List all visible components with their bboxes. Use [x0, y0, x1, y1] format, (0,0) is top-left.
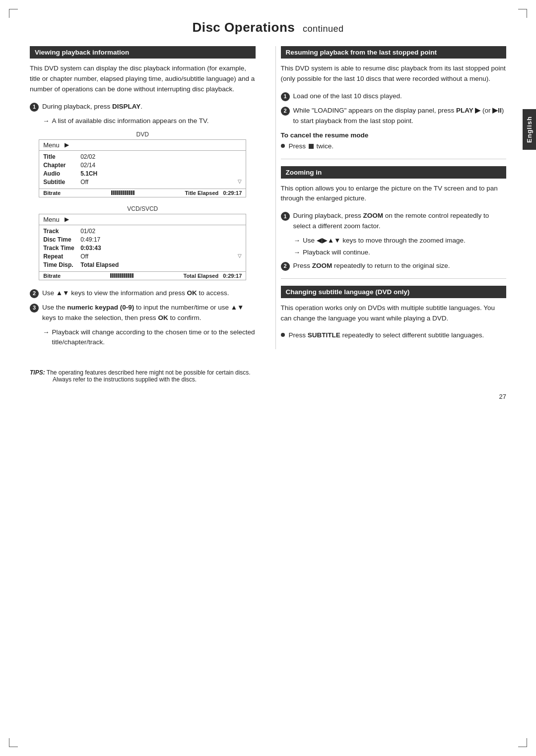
step-num-1: 1 [30, 103, 39, 112]
divider [281, 159, 507, 159]
dvd-label: DVD [30, 131, 256, 138]
right-column: Resuming playback from the last stopped … [275, 46, 507, 349]
section-header-resume: Resuming playback from the last stopped … [281, 46, 507, 59]
cancel-resume-bullet: Press twice. [281, 141, 507, 152]
zoom-step-2-content: Press ZOOM repeatedly to return to the o… [293, 261, 507, 271]
resume-step-num-1: 1 [281, 92, 290, 101]
vcd-bitrate-row: Bitrate Total Elapsed 0:29:17 [39, 271, 246, 280]
arrow-symbol: → [43, 116, 50, 126]
resume-step-2-content: While "LOADING" appears on the display p… [293, 106, 507, 126]
step-num-2: 2 [30, 289, 39, 298]
main-columns: Viewing playback information This DVD sy… [30, 46, 506, 349]
zoom-body: This option allows you to enlarge the pi… [281, 184, 507, 204]
vcd-bitrate-bars [110, 273, 134, 278]
left-column: Viewing playback information This DVD sy… [30, 46, 261, 349]
dvd-elapsed: Title Elapsed 0:29:17 [185, 190, 242, 196]
resume-step-2: 2 While "LOADING" appears on the display… [281, 106, 507, 126]
tips-label: TIPS: [30, 369, 45, 376]
vcd-row-track: Track 01/02 [43, 227, 242, 236]
dvd-bitrate-row: Bitrate Title Elapsed 0:29:17 [39, 189, 246, 197]
bullet-dot-cancel [281, 144, 285, 148]
subtitle-bullet: Press SUBTITLE repeatedly to select diff… [281, 330, 507, 341]
dvd-display-table: Menu ▶ Title 02/02 Chapter [39, 139, 246, 197]
page-number: 27 [30, 393, 506, 400]
language-tab: English [523, 109, 536, 150]
vcd-elapsed: Total Elapsed 0:29:17 [184, 273, 242, 279]
tips-text1: The operating features described here mi… [47, 369, 251, 376]
dvd-info-rows: Title 02/02 Chapter 02/14 Audio 5.1CH [39, 151, 246, 189]
zoom-step-2: 2 Press ZOOM repeatedly to return to the… [281, 261, 507, 271]
step-3-note-text: Playback will change according to the ch… [52, 327, 256, 348]
bitrate-bars [111, 190, 134, 195]
cancel-resume-text: Press twice. [289, 141, 334, 152]
zoom-note1-text: Use ◀▶▲▼ keys to move through the zoomed… [303, 236, 466, 246]
step-num-3: 3 [30, 304, 39, 313]
section-header-viewing: Viewing playback information [30, 46, 256, 59]
vcd-row-tracktime: Track Time 0:03:43 [43, 244, 242, 252]
tips-footer: TIPS: The operating features described h… [30, 369, 506, 383]
vcd-info-rows: Track 01/02 Disc Time 0:49:17 Track Time… [39, 225, 246, 271]
zoom-step-1-content: During playback, press ZOOM on the remot… [293, 211, 507, 232]
corner-mark-br [518, 738, 527, 747]
vcd-menu-label: Menu [43, 216, 60, 223]
resume-step-1: 1 Load one of the last 10 discs played. [281, 91, 507, 102]
corner-mark-tl [9, 9, 18, 18]
step-2-content: Use ▲▼ keys to view the information and … [42, 288, 256, 299]
cancel-resume-title: To cancel the resume mode [281, 131, 507, 139]
page-title: Disc Operations continued [30, 20, 506, 35]
section-header-subtitle: Changing subtitle language (DVD only) [281, 286, 507, 298]
step-1-content: During playback, press DISPLAY. [42, 102, 256, 112]
dvd-menu-label: Menu [43, 141, 60, 149]
step-3-viewing: 3 Use the numeric keypad (0-9) to input … [30, 303, 256, 323]
tips-text2: Always refer to the instructions supplie… [53, 376, 197, 383]
zoom-note2-text: Playback will continue. [303, 248, 370, 257]
vcd-row-repeat: Repeat Off ▽ [43, 252, 242, 261]
subtitle-bullet-text: Press SUBTITLE repeatedly to select diff… [289, 330, 484, 341]
dvd-row-title: Title 02/02 [43, 153, 242, 161]
step-1-note-text: A list of available disc information app… [52, 116, 209, 126]
resume-step-num-2: 2 [281, 107, 290, 116]
vcd-row-timedisp: Time Disp. Total Elapsed [43, 261, 242, 269]
dvd-row-chapter: Chapter 02/14 [43, 161, 242, 170]
bitrate-label: Bitrate [43, 190, 61, 196]
section-header-zoom: Zooming in [281, 166, 507, 179]
dvd-row-subtitle: Subtitle Off ▽ [43, 178, 242, 187]
resume-body: This DVD system is able to resume disc p… [281, 63, 507, 84]
arrow-symbol-3: → [43, 327, 50, 337]
corner-mark-tr [518, 9, 527, 18]
viewing-body: This DVD system can display the disc pla… [30, 63, 256, 95]
step-2-viewing: 2 Use ▲▼ keys to view the information an… [30, 288, 256, 299]
vcd-bitrate-label: Bitrate [43, 273, 61, 279]
corner-mark-bl [9, 738, 18, 747]
zoom-step-1-note2: → Playback will continue. [294, 248, 507, 257]
vcd-display-table: Menu ▶ Track 01/02 Disc Tim [39, 214, 246, 280]
step-3-content: Use the numeric keypad (0-9) to input th… [42, 303, 256, 323]
stop-symbol [309, 144, 314, 149]
dvd-row-audio: Audio 5.1CH [43, 170, 242, 178]
zoom-step-1: 1 During playback, press ZOOM on the rem… [281, 211, 507, 232]
dvd-menu-row: Menu ▶ [39, 139, 246, 151]
zoom-arrow-1: → [294, 236, 301, 246]
zoom-step-num-2: 2 [281, 262, 290, 271]
step-1-viewing: 1 During playback, press DISPLAY. [30, 102, 256, 112]
subtitle-body: This operation works only on DVDs with m… [281, 303, 507, 324]
divider-2 [281, 278, 507, 279]
step-3-arrow-note: → Playback will change according to the … [43, 327, 256, 348]
resume-step-1-content: Load one of the last 10 discs played. [293, 91, 507, 102]
bullet-dot-subtitle [281, 333, 285, 337]
step-1-arrow-note: → A list of available disc information a… [43, 116, 256, 126]
page-wrapper: English Disc Operations continued Viewin… [0, 0, 536, 756]
vcd-menu-arrow: ▶ [65, 216, 69, 223]
vcd-menu-row: Menu ▶ [39, 214, 246, 225]
zoom-step-1-note1: → Use ◀▶▲▼ keys to move through the zoom… [294, 236, 507, 246]
zoom-arrow-2: → [294, 248, 301, 257]
vcd-row-disctime: Disc Time 0:49:17 [43, 236, 242, 244]
zoom-step-num-1: 1 [281, 212, 290, 221]
vcdsvcd-label: VCD/SVCD [30, 205, 256, 212]
dvd-menu-arrow: ▶ [65, 141, 69, 148]
